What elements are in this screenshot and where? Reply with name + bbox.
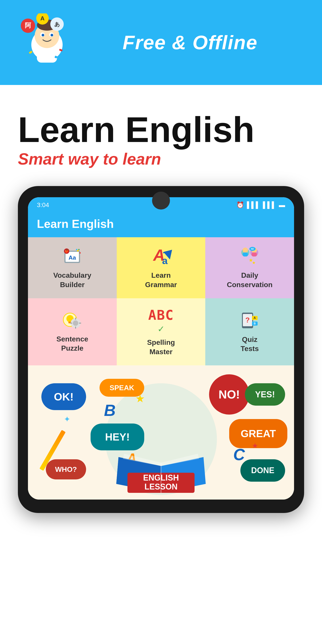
quiz-icon: ? A B — [238, 310, 261, 332]
main-content: Learn English Smart way to learn 3:04 ⏰ … — [0, 85, 322, 526]
svg-point-23 — [80, 252, 81, 254]
svg-rect-43 — [75, 318, 76, 320]
svg-text:あ: あ — [54, 21, 60, 27]
svg-text:?: ? — [245, 316, 250, 324]
mascot-icon: 阿 A あ — [18, 14, 76, 72]
menu-spelling[interactable]: ABC ✓ SpellingMaster — [117, 298, 206, 366]
svg-text:a: a — [162, 255, 168, 266]
menu-sentence[interactable]: SentencePuzzle — [28, 298, 117, 366]
quiz-label: QuizTests — [240, 335, 259, 354]
spelling-icon: ABC ✓ — [148, 307, 174, 334]
star-decoration-3: ★ — [252, 442, 258, 450]
sentence-label: SentencePuzzle — [56, 334, 88, 353]
header-banner: 阿 A あ Free & Offline — [0, 0, 322, 85]
menu-grid: Aa 🍎 VocabularyBuilder — [28, 237, 294, 366]
sentence-icon — [61, 311, 84, 331]
svg-point-24 — [76, 249, 77, 250]
bubble-no: NO! — [209, 374, 249, 414]
svg-point-42 — [73, 320, 78, 326]
letter-c: C — [233, 446, 245, 464]
svg-text:A: A — [254, 316, 256, 320]
star-decoration-2: ✦ — [64, 414, 70, 424]
svg-rect-30 — [242, 252, 248, 256]
svg-point-29 — [242, 248, 248, 253]
book-illustration: ENGLISH LESSON — [105, 444, 217, 500]
status-icons: ⏰ ▌▌▌ ▌▌▌ ▬ — [236, 201, 285, 209]
vocab-label: VocabularyBuilder — [53, 271, 91, 289]
svg-point-22 — [77, 250, 79, 252]
alarm-icon: ⏰ — [236, 201, 244, 209]
svg-point-25 — [78, 249, 80, 250]
svg-text:🍎: 🍎 — [65, 249, 69, 253]
bubble-ok: OK! — [41, 383, 86, 410]
svg-text:★: ★ — [252, 260, 256, 265]
phone-mockup: 3:04 ⏰ ▌▌▌ ▌▌▌ ▬ Learn English — [18, 186, 304, 513]
app-header-bar: Learn English — [28, 213, 294, 237]
svg-rect-46 — [79, 323, 81, 324]
letter-b: B — [104, 401, 116, 420]
svg-rect-33 — [252, 252, 257, 256]
grammar-icon: A a — [150, 246, 172, 267]
phone-outer: 3:04 ⏰ ▌▌▌ ▌▌▌ ▬ Learn English — [18, 186, 304, 513]
menu-conversation[interactable]: Hi! ★ ★ DailyConservation — [205, 237, 294, 298]
star-decoration: ★ — [135, 392, 145, 405]
grammar-label: LearnGrammar — [145, 271, 177, 289]
svg-point-5 — [50, 34, 53, 36]
signal-icon: ▌▌▌ — [247, 202, 260, 209]
signal-icon-2: ▌▌▌ — [263, 202, 276, 209]
spelling-label: SpellingMaster — [147, 338, 175, 356]
menu-grammar[interactable]: A a — [117, 237, 206, 298]
page-subtitle: Smart way to learn — [18, 150, 304, 168]
svg-text:Hi!: Hi! — [251, 248, 254, 250]
conversation-icon: Hi! ★ ★ — [238, 246, 261, 267]
phone-notch — [152, 192, 170, 210]
battery-icon: ▬ — [279, 202, 285, 209]
svg-text:B: B — [254, 322, 256, 325]
page-title: Learn English — [18, 112, 304, 148]
phone-screen: 3:04 ⏰ ▌▌▌ ▌▌▌ ▬ Learn English — [28, 197, 294, 500]
svg-point-4 — [42, 34, 44, 36]
svg-text:A: A — [40, 15, 45, 22]
svg-rect-45 — [70, 323, 72, 324]
svg-rect-44 — [75, 326, 76, 329]
vocab-icon: Aa 🍎 — [61, 246, 84, 267]
bubble-great: GREAT — [229, 419, 287, 448]
bubble-yes: YES! — [245, 383, 285, 406]
header-tagline: Free & Offline — [76, 31, 304, 54]
svg-rect-14 — [29, 51, 32, 54]
svg-rect-7 — [37, 49, 57, 62]
conversation-label: DailyConservation — [227, 271, 272, 289]
svg-text:阿: 阿 — [25, 22, 31, 29]
bubble-who: WHO? — [46, 459, 86, 480]
svg-text:Aa: Aa — [69, 254, 76, 261]
menu-quiz[interactable]: ? A B QuizTests — [205, 298, 294, 366]
app-header-title: Learn English — [37, 217, 285, 230]
menu-vocab[interactable]: Aa 🍎 VocabularyBuilder — [28, 237, 117, 298]
conversation-scene: OK! SPEAK NO! YES! HEY! GREAT WHO? DONE … — [28, 366, 294, 500]
bubble-done: DONE — [240, 459, 285, 482]
clock-display: 3:04 — [37, 202, 49, 209]
